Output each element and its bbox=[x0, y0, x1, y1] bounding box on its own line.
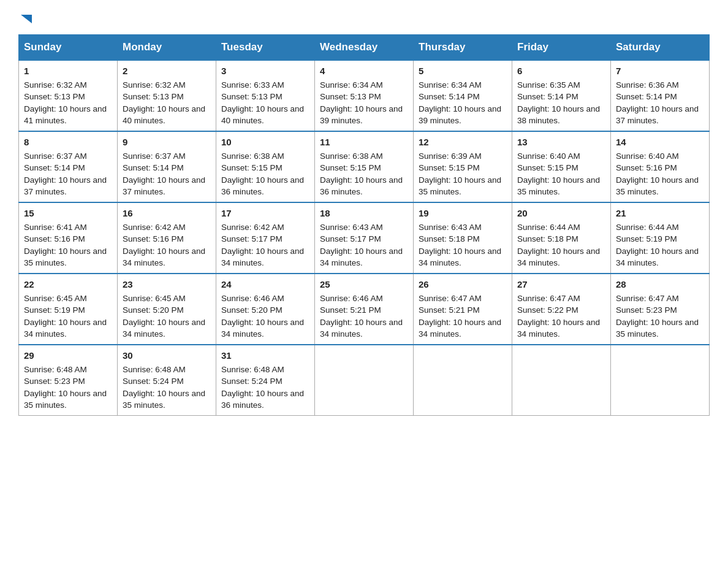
day-number: 14 bbox=[616, 136, 704, 149]
calendar-cell: 7Sunrise: 6:36 AMSunset: 5:14 PMDaylight… bbox=[611, 60, 710, 131]
svg-marker-0 bbox=[21, 15, 32, 23]
calendar-cell: 16Sunrise: 6:42 AMSunset: 5:16 PMDayligh… bbox=[118, 202, 216, 274]
day-number: 22 bbox=[24, 278, 112, 291]
calendar-cell: 20Sunrise: 6:44 AMSunset: 5:18 PMDayligh… bbox=[512, 202, 611, 274]
calendar-cell: 27Sunrise: 6:47 AMSunset: 5:22 PMDayligh… bbox=[512, 274, 611, 345]
calendar-cell: 6Sunrise: 6:35 AMSunset: 5:14 PMDaylight… bbox=[512, 60, 611, 131]
calendar-cell: 26Sunrise: 6:47 AMSunset: 5:21 PMDayligh… bbox=[414, 274, 512, 345]
day-number: 28 bbox=[616, 278, 704, 291]
calendar-cell: 10Sunrise: 6:38 AMSunset: 5:15 PMDayligh… bbox=[216, 131, 315, 202]
calendar-cell: 19Sunrise: 6:43 AMSunset: 5:18 PMDayligh… bbox=[414, 202, 512, 274]
calendar-cell: 29Sunrise: 6:48 AMSunset: 5:23 PMDayligh… bbox=[19, 345, 118, 416]
calendar-cell: 11Sunrise: 6:38 AMSunset: 5:15 PMDayligh… bbox=[315, 131, 414, 202]
calendar-cell: 3Sunrise: 6:33 AMSunset: 5:13 PMDaylight… bbox=[216, 60, 315, 131]
weekday-header-sunday: Sunday bbox=[19, 35, 118, 61]
weekday-header-wednesday: Wednesday bbox=[315, 35, 414, 61]
day-number: 9 bbox=[123, 136, 211, 149]
day-number: 29 bbox=[24, 349, 112, 362]
calendar-cell: 30Sunrise: 6:48 AMSunset: 5:24 PMDayligh… bbox=[118, 345, 216, 416]
day-number: 20 bbox=[517, 207, 605, 220]
calendar-week-row: 22Sunrise: 6:45 AMSunset: 5:19 PMDayligh… bbox=[19, 274, 710, 345]
calendar-cell: 28Sunrise: 6:47 AMSunset: 5:23 PMDayligh… bbox=[611, 274, 710, 345]
page-header bbox=[18, 12, 710, 28]
calendar-table: SundayMondayTuesdayWednesdayThursdayFrid… bbox=[18, 34, 710, 416]
calendar-week-row: 15Sunrise: 6:41 AMSunset: 5:16 PMDayligh… bbox=[19, 202, 710, 274]
calendar-header-row: SundayMondayTuesdayWednesdayThursdayFrid… bbox=[19, 35, 710, 61]
calendar-cell: 15Sunrise: 6:41 AMSunset: 5:16 PMDayligh… bbox=[19, 202, 118, 274]
day-number: 15 bbox=[24, 207, 112, 220]
calendar-cell: 23Sunrise: 6:45 AMSunset: 5:20 PMDayligh… bbox=[118, 274, 216, 345]
day-number: 26 bbox=[419, 278, 507, 291]
calendar-cell bbox=[512, 345, 611, 416]
day-number: 5 bbox=[419, 64, 507, 78]
calendar-cell bbox=[315, 345, 414, 416]
calendar-cell: 1Sunrise: 6:32 AMSunset: 5:13 PMDaylight… bbox=[19, 60, 118, 131]
calendar-cell: 17Sunrise: 6:42 AMSunset: 5:17 PMDayligh… bbox=[216, 202, 315, 274]
calendar-week-row: 1Sunrise: 6:32 AMSunset: 5:13 PMDaylight… bbox=[19, 60, 710, 131]
calendar-cell: 22Sunrise: 6:45 AMSunset: 5:19 PMDayligh… bbox=[19, 274, 118, 345]
day-number: 1 bbox=[24, 64, 112, 78]
day-number: 16 bbox=[123, 207, 211, 220]
day-number: 23 bbox=[123, 278, 211, 291]
day-number: 19 bbox=[419, 207, 507, 220]
day-number: 24 bbox=[221, 278, 309, 291]
day-number: 21 bbox=[616, 207, 704, 220]
weekday-header-tuesday: Tuesday bbox=[216, 35, 315, 61]
calendar-cell: 14Sunrise: 6:40 AMSunset: 5:16 PMDayligh… bbox=[611, 131, 710, 202]
logo bbox=[18, 12, 33, 28]
calendar-cell bbox=[611, 345, 710, 416]
day-number: 2 bbox=[123, 64, 211, 78]
day-number: 11 bbox=[320, 136, 408, 149]
day-number: 31 bbox=[221, 349, 309, 362]
day-number: 8 bbox=[24, 136, 112, 149]
day-number: 3 bbox=[221, 64, 309, 78]
calendar-cell: 8Sunrise: 6:37 AMSunset: 5:14 PMDaylight… bbox=[19, 131, 118, 202]
day-number: 10 bbox=[221, 136, 309, 149]
calendar-cell: 25Sunrise: 6:46 AMSunset: 5:21 PMDayligh… bbox=[315, 274, 414, 345]
calendar-cell: 2Sunrise: 6:32 AMSunset: 5:13 PMDaylight… bbox=[118, 60, 216, 131]
day-number: 6 bbox=[517, 64, 605, 78]
calendar-week-row: 29Sunrise: 6:48 AMSunset: 5:23 PMDayligh… bbox=[19, 345, 710, 416]
calendar-cell: 5Sunrise: 6:34 AMSunset: 5:14 PMDaylight… bbox=[414, 60, 512, 131]
calendar-cell: 9Sunrise: 6:37 AMSunset: 5:14 PMDaylight… bbox=[118, 131, 216, 202]
calendar-cell: 12Sunrise: 6:39 AMSunset: 5:15 PMDayligh… bbox=[414, 131, 512, 202]
calendar-cell: 18Sunrise: 6:43 AMSunset: 5:17 PMDayligh… bbox=[315, 202, 414, 274]
day-number: 17 bbox=[221, 207, 309, 220]
calendar-week-row: 8Sunrise: 6:37 AMSunset: 5:14 PMDaylight… bbox=[19, 131, 710, 202]
day-number: 4 bbox=[320, 64, 408, 78]
weekday-header-monday: Monday bbox=[118, 35, 216, 61]
weekday-header-friday: Friday bbox=[512, 35, 611, 61]
calendar-cell: 24Sunrise: 6:46 AMSunset: 5:20 PMDayligh… bbox=[216, 274, 315, 345]
calendar-cell: 31Sunrise: 6:48 AMSunset: 5:24 PMDayligh… bbox=[216, 345, 315, 416]
day-number: 12 bbox=[419, 136, 507, 149]
weekday-header-thursday: Thursday bbox=[414, 35, 512, 61]
calendar-cell bbox=[414, 345, 512, 416]
calendar-cell: 4Sunrise: 6:34 AMSunset: 5:13 PMDaylight… bbox=[315, 60, 414, 131]
calendar-cell: 21Sunrise: 6:44 AMSunset: 5:19 PMDayligh… bbox=[611, 202, 710, 274]
day-number: 7 bbox=[616, 64, 704, 78]
day-number: 18 bbox=[320, 207, 408, 220]
day-number: 27 bbox=[517, 278, 605, 291]
day-number: 13 bbox=[517, 136, 605, 149]
calendar-cell: 13Sunrise: 6:40 AMSunset: 5:15 PMDayligh… bbox=[512, 131, 611, 202]
day-number: 25 bbox=[320, 278, 408, 291]
weekday-header-saturday: Saturday bbox=[611, 35, 710, 61]
logo-triangle-icon bbox=[20, 12, 33, 26]
day-number: 30 bbox=[123, 349, 211, 362]
